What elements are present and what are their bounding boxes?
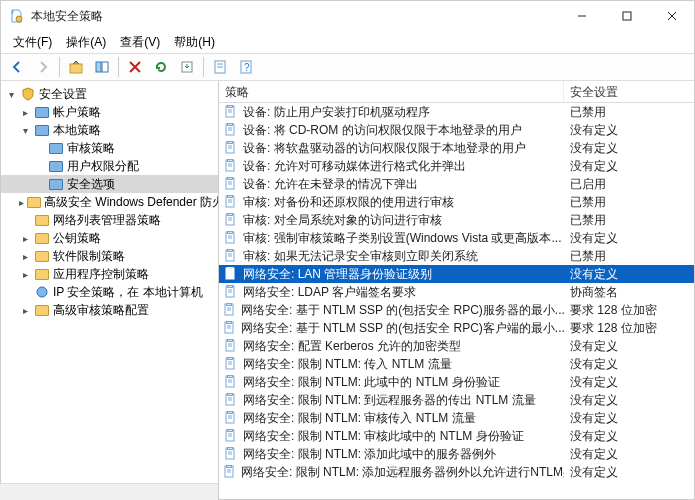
column-header-setting[interactable]: 安全设置 <box>564 81 694 102</box>
window-titlebar: 本地安全策略 <box>1 1 694 31</box>
policy-value: 已禁用 <box>570 213 606 227</box>
policy-row[interactable]: 设备: 允许对可移动媒体进行格式化并弹出没有定义 <box>219 157 694 175</box>
expand-icon[interactable]: ▸ <box>19 233 31 244</box>
back-button[interactable] <box>5 56 29 78</box>
policy-row[interactable]: 设备: 防止用户安装打印机驱动程序已禁用 <box>219 103 694 121</box>
forward-button[interactable] <box>31 56 55 78</box>
tree-netlist[interactable]: 网络列表管理器策略 <box>1 211 218 229</box>
minimize-button[interactable] <box>559 1 604 31</box>
policy-value: 没有定义 <box>570 465 618 479</box>
folder-icon <box>27 194 41 210</box>
refresh-button[interactable] <box>149 56 173 78</box>
expand-icon[interactable]: ▸ <box>19 305 31 316</box>
menu-action[interactable]: 操作(A) <box>60 32 112 53</box>
tree-audit-policy[interactable]: 审核策略 <box>1 139 218 157</box>
tree-appctrl[interactable]: ▸ 应用程序控制策略 <box>1 265 218 283</box>
policy-row[interactable]: 网络安全: 限制 NTLM: 添加远程服务器例外以允许进行NTLM身份验证没有定… <box>219 463 694 481</box>
policy-row[interactable]: 网络安全: 配置 Kerberos 允许的加密类型没有定义 <box>219 337 694 355</box>
policy-row[interactable]: 网络安全: 限制 NTLM: 审核传入 NTLM 流量没有定义 <box>219 409 694 427</box>
policy-value: 没有定义 <box>570 159 618 173</box>
toolbar-separator <box>59 57 60 77</box>
policy-name: 网络安全: 限制 NTLM: 传入 NTLM 流量 <box>243 356 452 373</box>
tree-local-policies[interactable]: ▾ 本地策略 <box>1 121 218 139</box>
policy-row[interactable]: 网络安全: 基于 NTLM SSP 的(包括安全 RPC)客户端的最小...要求… <box>219 319 694 337</box>
policy-row[interactable]: 网络安全: 限制 NTLM: 添加此域中的服务器例外没有定义 <box>219 445 694 463</box>
folder-icon <box>34 266 50 282</box>
tree-label: 安全选项 <box>67 176 115 193</box>
policy-row[interactable]: 审核: 对备份和还原权限的使用进行审核已禁用 <box>219 193 694 211</box>
tree-label: 用户权限分配 <box>67 158 139 175</box>
tree-account-policies[interactable]: ▸ 帐户策略 <box>1 103 218 121</box>
show-hide-tree-button[interactable] <box>90 56 114 78</box>
policy-value: 没有定义 <box>570 375 618 389</box>
delete-button[interactable] <box>123 56 147 78</box>
policy-row[interactable]: 网络安全: 限制 NTLM: 传入 NTLM 流量没有定义 <box>219 355 694 373</box>
policy-icon <box>223 356 239 372</box>
folder-icon <box>34 212 50 228</box>
svg-rect-6 <box>96 62 101 72</box>
policy-row[interactable]: 设备: 将软盘驱动器的访问权限仅限于本地登录的用户没有定义 <box>219 139 694 157</box>
policy-row[interactable]: 网络安全: 限制 NTLM: 到远程服务器的传出 NTLM 流量没有定义 <box>219 391 694 409</box>
collapse-icon[interactable]: ▾ <box>19 125 31 136</box>
tree-label: 审核策略 <box>67 140 115 157</box>
expand-icon[interactable]: ▸ <box>19 197 24 208</box>
svg-rect-18 <box>228 106 233 108</box>
expand-icon[interactable]: ▸ <box>19 269 31 280</box>
policy-value: 已禁用 <box>570 249 606 263</box>
expand-icon[interactable]: ▸ <box>19 107 31 118</box>
tree-defender[interactable]: ▸ 高级安全 Windows Defender 防火墙 <box>1 193 218 211</box>
menu-view[interactable]: 查看(V) <box>114 32 166 53</box>
policy-row[interactable]: 网络安全: 限制 NTLM: 此域中的 NTLM 身份验证没有定义 <box>219 373 694 391</box>
policy-name: 网络安全: 配置 Kerberos 允许的加密类型 <box>243 338 461 355</box>
policy-value: 没有定义 <box>570 393 618 407</box>
up-button[interactable] <box>64 56 88 78</box>
help-button[interactable]: ? <box>234 56 258 78</box>
svg-rect-26 <box>228 142 233 144</box>
policy-row[interactable]: 审核: 对全局系统对象的访问进行审核已禁用 <box>219 211 694 229</box>
policy-value: 已禁用 <box>570 105 606 119</box>
toolbar-separator <box>118 57 119 77</box>
menu-file[interactable]: 文件(F) <box>7 32 58 53</box>
tree-root[interactable]: ▾ 安全设置 <box>1 85 218 103</box>
policy-name: 网络安全: LDAP 客户端签名要求 <box>243 284 416 301</box>
policy-row[interactable]: 设备: 允许在未登录的情况下弹出已启用 <box>219 175 694 193</box>
policy-row[interactable]: 网络安全: LDAP 客户端签名要求协商签名 <box>219 283 694 301</box>
policy-row[interactable]: 网络安全: 限制 NTLM: 审核此域中的 NTLM 身份验证没有定义 <box>219 427 694 445</box>
tree-advaudit[interactable]: ▸ 高级审核策略配置 <box>1 301 218 319</box>
policy-name: 网络安全: 限制 NTLM: 审核传入 NTLM 流量 <box>243 410 476 427</box>
policy-icon <box>223 176 239 192</box>
folder-icon <box>48 158 64 174</box>
policy-name: 设备: 将软盘驱动器的访问权限仅限于本地登录的用户 <box>243 140 526 157</box>
policy-name: 设备: 将 CD-ROM 的访问权限仅限于本地登录的用户 <box>243 122 522 139</box>
tree-user-rights[interactable]: 用户权限分配 <box>1 157 218 175</box>
tree-pubkey[interactable]: ▸ 公钥策略 <box>1 229 218 247</box>
policy-name: 设备: 允许对可移动媒体进行格式化并弹出 <box>243 158 466 175</box>
main-area: ▾ 安全设置 ▸ 帐户策略 ▾ 本地策略 审核策略 用户权限分配 安全选项 ▸ <box>1 81 694 499</box>
policy-icon <box>223 374 239 390</box>
tree-ipsec[interactable]: IP 安全策略，在 本地计算机 <box>1 283 218 301</box>
tree-srp[interactable]: ▸ 软件限制策略 <box>1 247 218 265</box>
policy-row[interactable]: 网络安全: 基于 NTLM SSP 的(包括安全 RPC)服务器的最小...要求… <box>219 301 694 319</box>
menu-help[interactable]: 帮助(H) <box>168 32 221 53</box>
close-button[interactable] <box>649 1 694 31</box>
list-body[interactable]: 设备: 防止用户安装打印机驱动程序已禁用设备: 将 CD-ROM 的访问权限仅限… <box>219 103 694 499</box>
policy-row[interactable]: 审核: 如果无法记录安全审核则立即关闭系统已禁用 <box>219 247 694 265</box>
properties-button[interactable] <box>208 56 232 78</box>
policy-row[interactable]: 设备: 将 CD-ROM 的访问权限仅限于本地登录的用户没有定义 <box>219 121 694 139</box>
svg-rect-42 <box>228 214 233 216</box>
tree-horizontal-scrollbar[interactable] <box>1 483 218 499</box>
expand-icon[interactable]: ▸ <box>19 251 31 262</box>
maximize-button[interactable] <box>604 1 649 31</box>
policy-icon <box>223 410 239 426</box>
svg-rect-46 <box>228 232 233 234</box>
navigation-tree[interactable]: ▾ 安全设置 ▸ 帐户策略 ▾ 本地策略 审核策略 用户权限分配 安全选项 ▸ <box>1 81 219 499</box>
policy-row[interactable]: 网络安全: LAN 管理器身份验证级别没有定义 <box>219 265 694 283</box>
policy-icon <box>223 104 239 120</box>
collapse-icon[interactable]: ▾ <box>5 89 17 100</box>
svg-rect-62 <box>227 304 232 306</box>
security-icon <box>20 86 36 102</box>
column-header-policy[interactable]: 策略 <box>219 81 564 102</box>
export-button[interactable] <box>175 56 199 78</box>
policy-row[interactable]: 审核: 强制审核策略子类别设置(Windows Vista 或更高版本...没有… <box>219 229 694 247</box>
tree-security-options[interactable]: 安全选项 <box>1 175 218 193</box>
